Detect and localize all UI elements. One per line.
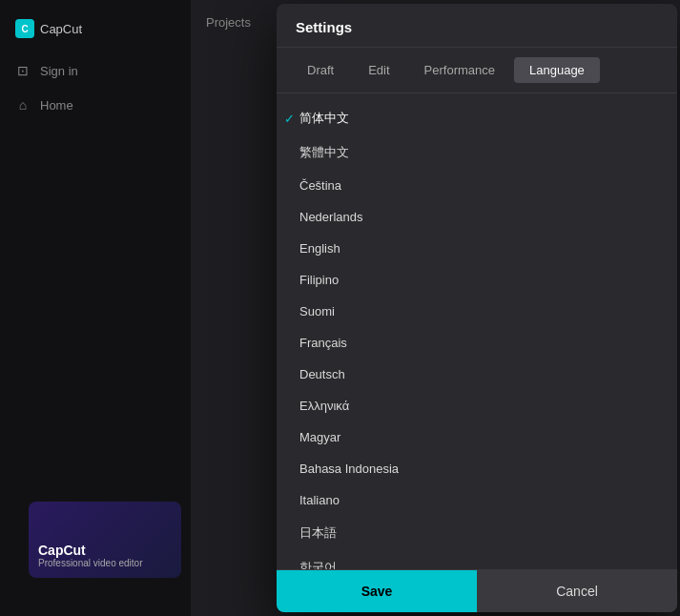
- tab-edit[interactable]: Edit: [353, 57, 404, 83]
- language-item[interactable]: Suomi: [277, 296, 677, 327]
- language-label: Ελληνικά: [299, 399, 349, 413]
- logo-icon: C: [15, 19, 34, 38]
- language-item[interactable]: Magyar: [277, 421, 677, 453]
- tab-language[interactable]: Language: [514, 57, 600, 83]
- logo-text: CapCut: [40, 22, 82, 36]
- save-button[interactable]: Save: [277, 570, 477, 612]
- language-label: 한국어: [299, 559, 337, 569]
- language-item[interactable]: Français: [277, 327, 677, 359]
- language-item[interactable]: English: [277, 233, 677, 264]
- language-label: English: [299, 241, 340, 256]
- home-icon: ⌂: [15, 97, 31, 113]
- brand-title: CapCut: [38, 543, 86, 558]
- language-list[interactable]: ✓简体中文繁體中文ČeštinaNederlandsEnglishFilipin…: [277, 93, 677, 569]
- language-item[interactable]: Ελληνικά: [277, 390, 677, 421]
- sidebar-item-home[interactable]: ⌂ Home: [0, 88, 191, 122]
- sidebar-item-signin[interactable]: ⊡ Sign in: [0, 53, 191, 88]
- language-label: Français: [299, 336, 347, 350]
- modal-title: Settings: [277, 4, 677, 48]
- sidebar-item-label: Home: [40, 98, 73, 113]
- language-item[interactable]: 日本語: [277, 516, 677, 550]
- language-item[interactable]: Čeština: [277, 170, 677, 201]
- language-label: Magyar: [299, 430, 340, 444]
- language-label: 繁體中文: [299, 144, 349, 161]
- language-label: 简体中文: [299, 110, 349, 127]
- settings-modal: Settings Draft Edit Performance Language…: [277, 4, 677, 612]
- cancel-button[interactable]: Cancel: [477, 570, 677, 612]
- language-label: Bahasa Indonesia: [299, 462, 399, 476]
- tab-performance[interactable]: Performance: [409, 57, 510, 83]
- language-item[interactable]: 繁體中文: [277, 135, 677, 170]
- language-item[interactable]: Italiano: [277, 484, 677, 516]
- language-item[interactable]: Nederlands: [277, 201, 677, 233]
- language-item[interactable]: Deutsch: [277, 359, 677, 390]
- tabs-row: Draft Edit Performance Language: [277, 48, 677, 93]
- check-icon: ✓: [284, 112, 295, 126]
- language-label: Suomi: [299, 304, 335, 318]
- language-label: Italiano: [299, 493, 340, 507]
- modal-footer: Save Cancel: [277, 569, 677, 612]
- language-label: Nederlands: [299, 210, 363, 224]
- language-item[interactable]: ✓简体中文: [277, 101, 677, 135]
- language-label: Deutsch: [299, 367, 345, 381]
- sidebar-item-label: Sign in: [40, 64, 78, 78]
- language-item[interactable]: 한국어: [277, 550, 677, 569]
- language-item[interactable]: Filipino: [277, 264, 677, 296]
- brand-subtitle: Professional video editor: [38, 558, 143, 568]
- language-label: 日本語: [299, 524, 337, 542]
- language-label: Filipino: [299, 273, 339, 287]
- app-logo: C CapCut: [0, 11, 191, 46]
- language-item[interactable]: Bahasa Indonesia: [277, 453, 677, 484]
- language-label: Čeština: [299, 178, 341, 193]
- person-icon: ⊡: [15, 63, 31, 78]
- tab-draft[interactable]: Draft: [292, 57, 349, 83]
- bottom-brand: CapCut Professional video editor: [29, 502, 181, 578]
